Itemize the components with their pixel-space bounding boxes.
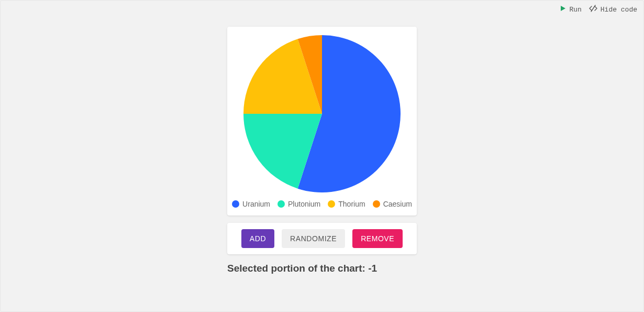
- chart-legend: UraniumPlutoniumThoriumCaesium: [236, 200, 408, 208]
- legend-swatch-icon: [277, 200, 285, 208]
- hide-code-button[interactable]: Hide code: [589, 5, 637, 14]
- remove-button[interactable]: Remove: [352, 229, 403, 248]
- legend-item-uranium[interactable]: Uranium: [232, 200, 270, 208]
- status-label: Selected portion of the chart:: [227, 263, 365, 274]
- add-button[interactable]: Add: [241, 229, 274, 248]
- status-text: Selected portion of the chart: -1: [227, 263, 417, 274]
- play-icon: [560, 5, 566, 14]
- randomize-button[interactable]: Randomize: [282, 229, 345, 248]
- legend-label: Caesium: [383, 200, 412, 208]
- button-card: Add Randomize Remove: [227, 223, 417, 254]
- cell-toolbar: Run Hide code: [560, 5, 637, 14]
- run-label: Run: [569, 6, 581, 14]
- run-button[interactable]: Run: [560, 5, 581, 14]
- pie-chart[interactable]: [236, 35, 408, 192]
- legend-swatch-icon: [328, 200, 335, 208]
- output-panel: UraniumPlutoniumThoriumCaesium Add Rando…: [227, 27, 417, 274]
- legend-label: Thorium: [338, 200, 365, 208]
- legend-item-caesium[interactable]: Caesium: [373, 200, 412, 208]
- legend-label: Uranium: [242, 200, 270, 208]
- chart-card: UraniumPlutoniumThoriumCaesium: [227, 27, 417, 216]
- code-off-icon: [589, 5, 597, 14]
- legend-label: Plutonium: [288, 200, 320, 208]
- hide-code-label: Hide code: [601, 6, 637, 14]
- code-cell-output: Run Hide code UraniumPlutoniumThoriumCae…: [0, 0, 644, 312]
- legend-swatch-icon: [232, 200, 239, 208]
- status-value: -1: [368, 263, 377, 274]
- legend-item-thorium[interactable]: Thorium: [328, 200, 365, 208]
- legend-swatch-icon: [373, 200, 380, 208]
- legend-item-plutonium[interactable]: Plutonium: [277, 200, 320, 208]
